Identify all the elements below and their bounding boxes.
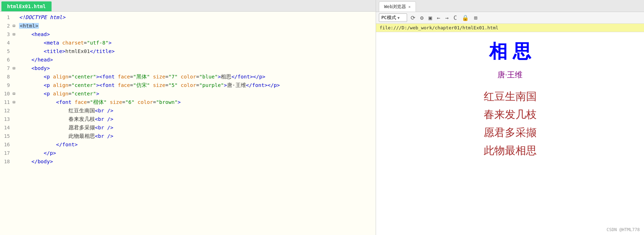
line-content-1: <!DOCTYPE html> bbox=[19, 13, 376, 22]
line-num-3: 3 bbox=[0, 30, 13, 39]
line-content-9: <p align="center"><font face="仿宋" size="… bbox=[19, 81, 376, 89]
line-num-14: 14 bbox=[0, 123, 13, 132]
line-num-2: 2 bbox=[0, 22, 13, 30]
code-line-6: 6 </head> bbox=[0, 55, 376, 64]
line-content-7: <body> bbox=[19, 64, 376, 72]
code-line-13: 13 春来发几枝<br /> bbox=[0, 115, 376, 123]
code-line-14: 14 愿君多采撷<br /> bbox=[0, 123, 376, 132]
line-num-5: 5 bbox=[0, 47, 13, 55]
browser-tab-label: Web浏览器 bbox=[384, 4, 406, 10]
line-num-9: 9 bbox=[0, 81, 13, 89]
code-line-8: 8 <p align="center"><font face="黑体" size… bbox=[0, 72, 376, 81]
code-line-16: 16 </font> bbox=[0, 140, 376, 149]
code-area: 1 <!DOCTYPE html> 2 ⊟ <html> 3 ⊟ <head> … bbox=[0, 12, 376, 235]
line-content-8: <p align="center"><font face="黑体" size="… bbox=[19, 72, 376, 81]
line-content-16: </font> bbox=[19, 140, 376, 149]
forward-icon[interactable]: → bbox=[444, 14, 450, 22]
line-num-17: 17 bbox=[0, 149, 13, 157]
line-num-8: 8 bbox=[0, 72, 13, 81]
line-num-6: 6 bbox=[0, 55, 13, 64]
code-line-10: 10 ⊟ <p align="center"> bbox=[0, 89, 376, 98]
line-content-3: <head> bbox=[19, 30, 376, 39]
line-content-10: <p align="center"> bbox=[19, 89, 376, 98]
display-icon[interactable]: ▣ bbox=[427, 14, 434, 22]
back-icon[interactable]: ← bbox=[435, 14, 442, 22]
line-num-18: 18 bbox=[0, 157, 13, 166]
line-num-1: 1 bbox=[0, 13, 13, 22]
line-num-13: 13 bbox=[0, 115, 13, 123]
line-content-4: <meta charset="utf-8"> bbox=[19, 39, 376, 47]
code-line-4: 4 <meta charset="utf-8"> bbox=[0, 39, 376, 47]
browser-tab-bar: Web浏览器 × bbox=[376, 0, 644, 12]
line-num-12: 12 bbox=[0, 106, 13, 115]
code-line-9: 9 <p align="center"><font face="仿宋" size… bbox=[0, 81, 376, 89]
line-content-11: <font face="楷体" size="6" color="brown"> bbox=[19, 98, 376, 106]
browser-toolbar: PC模式 ▼ ⟳ ⚙ ▣ ← → C 🔒 ⊞ bbox=[376, 12, 644, 24]
browser-content: 相 思 唐·王维 红豆生南国 春来发几枝 愿君多采撷 此物最相思 CSDN @H… bbox=[376, 32, 644, 235]
poem-author: 唐·王维 bbox=[497, 70, 523, 80]
editor-tab[interactable]: htmlEx01.html bbox=[1, 1, 52, 11]
line-num-11: 11 bbox=[0, 98, 13, 106]
code-line-5: 5 <title>htmlEx01</title> bbox=[0, 47, 376, 55]
line-content-18: </body> bbox=[19, 157, 376, 166]
line-num-7: 7 bbox=[0, 64, 13, 72]
rotate-icon[interactable]: ⟳ bbox=[409, 14, 417, 22]
mode-label: PC模式 bbox=[381, 14, 396, 21]
line-content-6: </head> bbox=[19, 55, 376, 64]
line-content-17: </p> bbox=[19, 149, 376, 157]
code-line-1: 1 <!DOCTYPE html> bbox=[0, 13, 376, 22]
line-num-4: 4 bbox=[0, 39, 13, 47]
close-icon[interactable]: × bbox=[408, 5, 411, 9]
line-num-15: 15 bbox=[0, 132, 13, 140]
grid-icon[interactable]: ⊞ bbox=[472, 14, 479, 22]
line-num-10: 10 bbox=[0, 89, 13, 98]
code-line-15: 15 此物最相思<br /> bbox=[0, 132, 376, 140]
browser-panel: Web浏览器 × PC模式 ▼ ⟳ ⚙ ▣ ← → C 🔒 ⊞ file:///… bbox=[376, 0, 644, 235]
code-line-18: 18 </body> bbox=[0, 157, 376, 166]
url-bar-row: file:///D:/web_work/chapter01/htmlEx01.h… bbox=[376, 24, 644, 32]
code-line-12: 12 红豆生南国<br /> bbox=[0, 106, 376, 115]
line-content-2: <html> bbox=[19, 22, 376, 30]
code-line-17: 17 </p> bbox=[0, 149, 376, 157]
code-line-2: 2 ⊟ <html> bbox=[0, 22, 376, 30]
line-content-14: 愿君多采撷<br /> bbox=[19, 123, 376, 132]
dropdown-arrow-icon: ▼ bbox=[398, 16, 400, 20]
watermark: CSDN @HTML778 bbox=[607, 227, 640, 232]
line-content-12: 红豆生南国<br /> bbox=[19, 106, 376, 115]
browser-tab[interactable]: Web浏览器 × bbox=[379, 1, 416, 12]
code-line-11: 11 ⊟ <font face="楷体" size="6" color="bro… bbox=[0, 98, 376, 106]
editor-panel: htmlEx01.html 1 <!DOCTYPE html> 2 ⊟ <htm… bbox=[0, 0, 376, 235]
url-text: file:///D:/web_work/chapter01/htmlEx01.h… bbox=[380, 25, 499, 30]
settings-icon[interactable]: ⚙ bbox=[419, 14, 425, 22]
poem-title: 相 思 bbox=[489, 39, 531, 64]
refresh-icon[interactable]: C bbox=[452, 14, 459, 22]
mode-select[interactable]: PC模式 ▼ bbox=[379, 13, 407, 22]
code-line-3: 3 ⊟ <head> bbox=[0, 30, 376, 39]
poem-body: 红豆生南国 春来发几枝 愿君多采撷 此物最相思 bbox=[484, 87, 537, 159]
editor-tab-bar: htmlEx01.html bbox=[0, 0, 376, 12]
code-line-7: 7 ⊟ <body> bbox=[0, 64, 376, 72]
line-content-15: 此物最相思<br /> bbox=[19, 132, 376, 140]
lock-icon[interactable]: 🔒 bbox=[460, 14, 470, 22]
line-content-13: 春来发几枝<br /> bbox=[19, 115, 376, 123]
line-num-16: 16 bbox=[0, 140, 13, 149]
line-content-5: <title>htmlEx01</title> bbox=[19, 47, 376, 55]
